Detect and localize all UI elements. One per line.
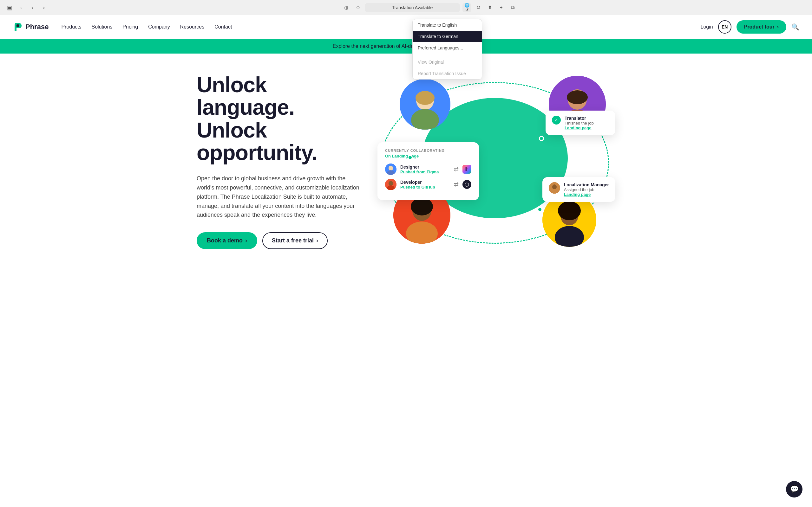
locmanager-avatar (549, 182, 560, 193)
figma-link[interactable]: Figma (426, 170, 439, 174)
translate-icon[interactable]: 🌐↺ (462, 3, 471, 12)
translate-to-german-option[interactable]: Translate to German (413, 31, 482, 42)
reload-icon[interactable]: ↺ (474, 3, 483, 12)
browser-chrome: ▣ ⌄ ‹ › ◑ ✩ Translation Available 🌐↺ ↺ ⬆… (0, 0, 812, 15)
collab-subtitle-prefix: On (385, 154, 392, 158)
developer-action: Pushed to GitHub (400, 185, 450, 189)
navbar-actions: Login EN Product tour › 🔍 (701, 20, 799, 34)
nav-solutions[interactable]: Solutions (92, 24, 113, 30)
developer-avatar (385, 179, 397, 190)
svg-point-7 (567, 90, 588, 104)
hero-title-line2: Unlock opportunity. (197, 118, 317, 164)
dropdown-divider (413, 55, 482, 55)
login-button[interactable]: Login (701, 24, 713, 30)
share-icon[interactable]: ⬆ (485, 3, 494, 12)
report-translation-option[interactable]: Report Translation Issue (413, 68, 482, 79)
product-tour-button[interactable]: Product tour › (737, 20, 786, 34)
hero-title: Unlock language. Unlock opportunity. (197, 73, 362, 164)
developer-info: Developer Pushed to GitHub (400, 180, 450, 189)
nav-resources[interactable]: Resources (180, 24, 204, 30)
github-logo: ⬡ (462, 180, 471, 189)
navbar-nav: Products Solutions Pricing Company Resou… (61, 24, 700, 30)
developer-name: Developer (400, 180, 450, 185)
hero-description: Open the door to global business and dri… (197, 174, 362, 220)
nav-pricing[interactable]: Pricing (122, 24, 138, 30)
view-original-option[interactable]: View Original (413, 56, 482, 68)
developer-action-prefix: Pushed to (400, 185, 421, 189)
browser-forward-button[interactable]: › (39, 3, 48, 12)
collab-subtitle-link: Landing page (392, 154, 419, 158)
locmanager-title: Localization Manager (564, 182, 609, 187)
locmanager-link[interactable]: Landing page (564, 192, 609, 197)
check-icon: ✓ (552, 116, 561, 124)
bookmark-icon[interactable]: ✩ (353, 3, 362, 12)
language-selector[interactable]: EN (718, 20, 731, 34)
green-dot-left (408, 155, 413, 160)
designer-avatar (385, 164, 397, 175)
translator-card: ✓ Translator Finished the job Landing pa… (546, 111, 615, 135)
green-dot-top-right (539, 136, 544, 141)
url-display[interactable]: Translation Available (365, 3, 460, 12)
collaborating-card: CURRENTLY COLLABORATING On Landing page … (377, 142, 479, 200)
search-button[interactable]: 🔍 (792, 23, 799, 31)
search-icon: 🔍 (792, 23, 799, 31)
designer-name: Designer (400, 164, 450, 170)
locmanager-card: Localization Manager Assigned the job La… (542, 177, 615, 202)
product-tour-arrow: › (777, 24, 779, 30)
book-demo-arrow: › (245, 237, 247, 244)
hero-content: Unlock language. Unlock opportunity. Ope… (197, 73, 362, 249)
svg-point-3 (415, 91, 435, 105)
navbar: Phrase Products Solutions Pricing Compan… (0, 15, 812, 39)
designer-info: Designer Pushed from Figma (400, 164, 450, 174)
collab-row-developer: Developer Pushed to GitHub ⇄ ⬡ (385, 179, 471, 190)
github-link[interactable]: GitHub (421, 185, 435, 189)
hero-buttons: Book a demo › Start a free trial › (197, 232, 362, 249)
translation-dropdown: Translate to English Translate to German… (412, 19, 482, 79)
browser-back-button[interactable]: ‹ (28, 3, 37, 12)
hero-title-line1: Unlock language. (197, 72, 294, 119)
book-demo-label: Book a demo (207, 237, 243, 244)
svg-rect-0 (16, 24, 19, 27)
avatar-person-1 (400, 79, 450, 130)
nav-company[interactable]: Company (148, 24, 170, 30)
designer-sync-arrows: ⇄ (454, 166, 459, 173)
new-tab-icon[interactable]: + (497, 3, 506, 12)
collab-card-subtitle: On Landing page (385, 154, 471, 158)
collab-row-designer: Designer Pushed from Figma ⇄ 𝔽 (385, 164, 471, 175)
svg-point-11 (411, 198, 433, 216)
book-demo-button[interactable]: Book a demo › (197, 232, 257, 249)
announcement-banner[interactable]: Explore the next generation of AI-driven… (0, 39, 812, 54)
designer-action: Pushed from Figma (400, 170, 450, 174)
svg-point-21 (389, 181, 393, 186)
translator-title: Translator (565, 116, 594, 121)
dropdown-menu-container: Translate to English Translate to German… (412, 19, 482, 79)
start-trial-arrow: › (316, 237, 318, 244)
nav-products[interactable]: Products (61, 24, 81, 30)
translate-to-english-option[interactable]: Translate to English (413, 19, 482, 31)
preferred-languages-option[interactable]: Preferred Languages... (413, 42, 482, 54)
logo-text: Phrase (26, 23, 49, 31)
logo[interactable]: Phrase (13, 22, 49, 32)
website-wrapper: Phrase Products Solutions Pricing Compan… (0, 15, 812, 269)
browser-dropdown-button[interactable]: ⌄ (16, 3, 26, 12)
start-trial-button[interactable]: Start a free trial › (262, 232, 328, 249)
sidebar-toggle-button[interactable]: ▣ (5, 3, 14, 12)
designer-action-prefix: Pushed from (400, 170, 426, 174)
start-trial-label: Start a free trial (272, 237, 314, 244)
locmanager-card-text: Localization Manager Assigned the job La… (564, 182, 609, 197)
hero-section: Unlock language. Unlock opportunity. Ope… (184, 54, 628, 269)
browser-controls: ▣ ⌄ ‹ › (5, 3, 48, 12)
nav-contact[interactable]: Contact (214, 24, 232, 30)
translator-action: Finished the job (565, 121, 594, 125)
collab-card-title: CURRENTLY COLLABORATING (385, 149, 471, 153)
translator-card-text: Translator Finished the job Landing page (565, 116, 594, 130)
privacy-icon[interactable]: ◑ (342, 3, 351, 12)
avatar-top-left (400, 79, 450, 130)
figma-logo: 𝔽 (462, 165, 471, 174)
translator-link[interactable]: Landing page (565, 125, 594, 130)
hero-visual: CURRENTLY COLLABORATING On Landing page … (374, 72, 615, 250)
developer-sync-arrows: ⇄ (454, 181, 459, 188)
tabs-icon[interactable]: ⧉ (508, 3, 517, 12)
svg-point-24 (552, 184, 557, 189)
locmanager-action: Assigned the job (564, 187, 609, 192)
